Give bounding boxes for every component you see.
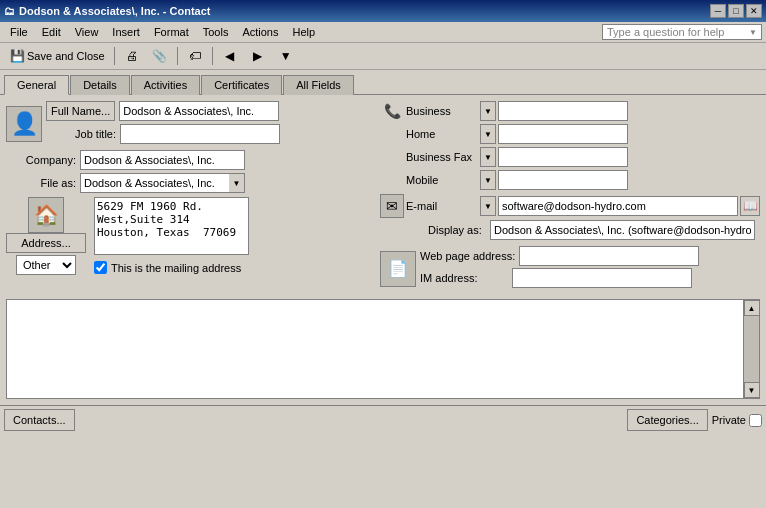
full-name-button[interactable]: Full Name...: [46, 101, 115, 121]
form-section: 👤 Full Name... Job title: Company:: [6, 101, 760, 293]
im-label: IM address:: [420, 272, 508, 284]
toolbar-separator-1: [114, 47, 115, 65]
toolbar-separator-2: [177, 47, 178, 65]
more-button[interactable]: ▼: [273, 45, 299, 67]
home-phone-input[interactable]: [498, 124, 628, 144]
business-phone-input[interactable]: [498, 101, 628, 121]
tab-all-fields[interactable]: All Fields: [283, 75, 354, 95]
menu-tools[interactable]: Tools: [197, 24, 235, 40]
home-icon: 🏠: [34, 203, 59, 227]
scroll-down-button[interactable]: ▼: [744, 382, 760, 398]
forward-button[interactable]: ▶: [245, 45, 271, 67]
address-textarea[interactable]: 5629 FM 1960 Rd. West,Suite 314 Houston,…: [94, 197, 249, 255]
web-input[interactable]: [519, 246, 699, 266]
email-section: ✉ E-mail ▼ 📖 Display as:: [380, 194, 760, 240]
private-checkbox[interactable]: [749, 414, 762, 427]
categories-button[interactable]: Categories...: [627, 409, 707, 431]
help-dropdown-arrow[interactable]: ▼: [749, 28, 757, 37]
web-address-row: Web page address:: [420, 246, 699, 266]
print-button[interactable]: 🖨: [119, 45, 145, 67]
right-panel: 📞 Business ▼ Home ▼ Business Fax ▼: [380, 101, 760, 293]
scroll-up-button[interactable]: ▲: [744, 300, 760, 316]
phone-icon: 📞: [380, 101, 404, 121]
tab-activities[interactable]: Activities: [131, 75, 200, 95]
email-icon: ✉: [380, 194, 404, 218]
im-input[interactable]: [512, 268, 692, 288]
mailing-check-row: This is the mailing address: [94, 261, 249, 274]
tab-general[interactable]: General: [4, 75, 69, 95]
business-phone-row: 📞 Business ▼: [380, 101, 760, 121]
menu-file[interactable]: File: [4, 24, 34, 40]
job-title-row: Job title:: [46, 124, 280, 144]
mobile-phone-input[interactable]: [498, 170, 628, 190]
mobile-phone-arrow[interactable]: ▼: [480, 170, 496, 190]
close-button[interactable]: ✕: [746, 4, 762, 18]
file-as-row: File as: ▼: [6, 173, 372, 193]
full-name-row: 👤 Full Name... Job title:: [6, 101, 372, 147]
menu-view[interactable]: View: [69, 24, 105, 40]
menu-format[interactable]: Format: [148, 24, 195, 40]
job-title-input[interactable]: [120, 124, 280, 144]
business-phone-label: Business: [406, 105, 478, 117]
email-label: E-mail: [406, 200, 478, 212]
full-name-input[interactable]: [119, 101, 279, 121]
display-as-input[interactable]: [490, 220, 755, 240]
mobile-phone-label: Mobile: [406, 174, 478, 186]
company-label: Company:: [6, 154, 76, 166]
save-icon: 💾: [9, 48, 25, 64]
window-title: Dodson & Associates\, Inc. - Contact: [19, 5, 211, 17]
tab-details[interactable]: Details: [70, 75, 130, 95]
notes-scrollbar: ▲ ▼: [743, 300, 759, 398]
address-section: 🏠 Address... Other Business Home 5629 FM…: [6, 197, 372, 275]
flag-button[interactable]: 🏷: [182, 45, 208, 67]
address-type-select[interactable]: Other Business Home: [16, 255, 76, 275]
business-phone-arrow[interactable]: ▼: [480, 101, 496, 121]
envelope-icon: ✉: [386, 198, 398, 214]
address-button[interactable]: Address...: [6, 233, 86, 253]
business-fax-input[interactable]: [498, 147, 628, 167]
private-row: Private: [712, 414, 762, 427]
menu-help[interactable]: Help: [286, 24, 321, 40]
home-phone-row: Home ▼: [380, 124, 760, 144]
mobile-icon: [380, 170, 404, 190]
dropdown-icon: ▼: [278, 48, 294, 64]
display-as-row: Display as:: [380, 220, 760, 240]
attach-button[interactable]: 📎: [147, 45, 173, 67]
back-button[interactable]: ◀: [217, 45, 243, 67]
phone-icon-2: [380, 124, 404, 144]
private-label: Private: [712, 414, 746, 426]
avatar-icon: 👤: [11, 111, 38, 137]
mailing-checkbox[interactable]: [94, 261, 107, 274]
file-as-input[interactable]: [80, 173, 229, 193]
display-as-label: Display as:: [428, 224, 488, 236]
menu-bar: File Edit View Insert Format Tools Actio…: [0, 22, 766, 43]
file-as-dropdown-arrow[interactable]: ▼: [229, 173, 245, 193]
menu-edit[interactable]: Edit: [36, 24, 67, 40]
job-title-label: Job title:: [46, 128, 116, 140]
save-close-button[interactable]: 💾 Save and Close: [4, 45, 110, 67]
tab-certificates[interactable]: Certificates: [201, 75, 282, 95]
maximize-button[interactable]: □: [728, 4, 744, 18]
email-type-arrow[interactable]: ▼: [480, 196, 496, 216]
toolbar-separator-3: [212, 47, 213, 65]
email-input[interactable]: [498, 196, 738, 216]
address-type-row: Other Business Home: [16, 255, 76, 275]
menu-insert[interactable]: Insert: [106, 24, 146, 40]
app-icon: 🗂: [4, 5, 15, 17]
home-phone-arrow[interactable]: ▼: [480, 124, 496, 144]
forward-icon: ▶: [250, 48, 266, 64]
web-icon: 📄: [380, 251, 416, 287]
menu-actions[interactable]: Actions: [236, 24, 284, 40]
business-fax-arrow[interactable]: ▼: [480, 147, 496, 167]
avatar: 👤: [6, 106, 42, 142]
main-content: 👤 Full Name... Job title: Company:: [0, 95, 766, 405]
help-placeholder: Type a question for help: [607, 26, 724, 38]
company-input[interactable]: [80, 150, 245, 170]
mobile-phone-row: Mobile ▼: [380, 170, 760, 190]
address-book-button[interactable]: 📖: [740, 196, 760, 216]
file-as-dropdown: ▼: [80, 173, 245, 193]
minimize-button[interactable]: ─: [710, 4, 726, 18]
notes-textarea[interactable]: [7, 300, 743, 398]
contacts-button[interactable]: Contacts...: [4, 409, 75, 431]
full-name-field-row: Full Name...: [46, 101, 280, 121]
